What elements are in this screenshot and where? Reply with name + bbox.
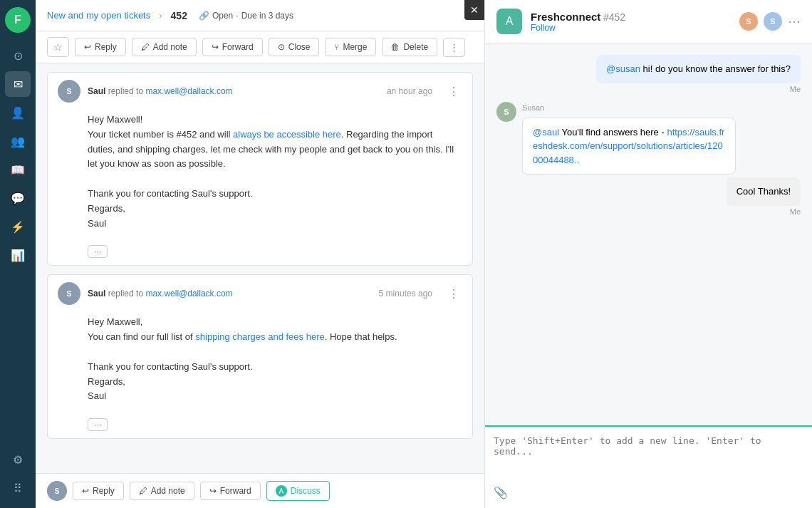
replied-to-email-1[interactable]: max.well@dallack.com: [145, 86, 232, 96]
forward-icon-bottom: ↪: [209, 486, 217, 496]
chat-header-right: S S ⋯: [739, 12, 801, 31]
chat-title: Freshconnect: [531, 11, 600, 23]
sidebar-item-grid[interactable]: ⠿: [5, 475, 31, 501]
star-button[interactable]: ☆: [47, 37, 69, 57]
message-label-1: Me: [596, 85, 801, 93]
message-row-3: Cool Thanks! Me: [496, 177, 801, 222]
ticket-link-2[interactable]: shipping charges and fees here: [195, 331, 324, 342]
chat-header: A Freshconnect #452 Follow S S ⋯: [485, 0, 812, 43]
expand-dots-1[interactable]: ···: [88, 245, 108, 258]
ticket-card-2: S Saul replied to max.well@dallack.com 5…: [47, 274, 473, 439]
reply-button-bottom[interactable]: ↩ Reply: [73, 482, 124, 500]
close-button[interactable]: ⊙ Close: [269, 38, 320, 56]
ticket-body-2: Hey Maxwell, You can find our full list …: [48, 312, 472, 414]
sidebar-item-tickets[interactable]: ✉: [5, 71, 31, 97]
message-label-3: Me: [727, 207, 801, 216]
chat-panel-wrapper: ✕ A Freshconnect #452 Follow S S ⋯: [484, 0, 812, 508]
sidebar-item-contacts[interactable]: 👤: [5, 100, 31, 125]
ticket-card-2-header: S Saul replied to max.well@dallack.com 5…: [48, 275, 472, 312]
close-icon: ⊙: [278, 42, 285, 52]
reply-icon-bottom: ↩: [82, 486, 89, 496]
status-badge: 🔗 Open · Due in 3 days: [199, 11, 293, 21]
user-bubble-1: S: [739, 12, 758, 31]
sidebar: F ⊙ ✉ 👤 👥 📖 💬 ⚡ 📊 ⚙ ⠿: [0, 0, 36, 508]
breadcrumb-link[interactable]: New and my open tickets: [47, 10, 150, 21]
merge-icon: ⑂: [334, 42, 339, 52]
sidebar-item-companies[interactable]: 👥: [5, 128, 31, 154]
chat-close-button[interactable]: ✕: [464, 0, 484, 20]
ticket-area: S Saul replied to max.well@dallack.com a…: [36, 63, 484, 473]
avatar-saul-2: S: [58, 282, 80, 305]
ticket-time-2: 5 minutes ago: [379, 289, 432, 299]
message-bubble-1: @susan hi! do you know the answer for th…: [596, 55, 801, 83]
chat-input[interactable]: [494, 435, 803, 478]
replied-to-label-1: replied to: [108, 86, 146, 96]
message-sender-2: Susan: [522, 103, 736, 112]
message-bubble-2: @saul You'll find answers here - https:/…: [522, 118, 736, 175]
avatar-bottom: S: [47, 481, 67, 501]
replied-to-email-2[interactable]: max.well@dallack.com: [145, 289, 232, 299]
expand-dots-2[interactable]: ···: [88, 418, 108, 431]
message-row-2: S Susan @saul You'll find answers here -…: [496, 102, 801, 175]
discuss-button[interactable]: A Discuss: [266, 481, 330, 501]
chat-messages: @susan hi! do you know the answer for th…: [485, 43, 812, 425]
toolbar-more-button[interactable]: ⋮: [443, 38, 465, 57]
reply-icon: ↩: [84, 42, 91, 52]
ticket-card-1-header: S Saul replied to max.well@dallack.com a…: [48, 73, 472, 110]
discuss-icon: A: [276, 485, 287, 497]
main-content: New and my open tickets › 452 🔗 Open · D…: [36, 0, 484, 508]
due-label: Due in 3 days: [241, 11, 293, 21]
status-label: Open: [212, 11, 233, 21]
attachment-icon[interactable]: 📎: [494, 486, 508, 499]
sidebar-item-chat[interactable]: 💬: [5, 185, 31, 211]
add-note-button-bottom[interactable]: 🖊 Add note: [130, 482, 194, 500]
chat-app-icon: A: [496, 9, 522, 34]
note-icon: 🖊: [141, 42, 150, 52]
ticket-link-1[interactable]: always be accessible here: [233, 129, 341, 140]
chat-follow-link[interactable]: Follow: [531, 23, 625, 33]
ticket-meta-1: Saul replied to max.well@dallack.com: [88, 86, 380, 96]
chat-input-area: 📎: [485, 425, 812, 508]
sidebar-logo[interactable]: F: [5, 7, 31, 33]
message-link-2[interactable]: https://sauls.freshdesk.com/en/support/s…: [533, 127, 724, 165]
sidebar-item-analytics[interactable]: 📊: [5, 242, 31, 268]
ticket-number: 452: [171, 10, 187, 21]
message-row-1: @susan hi! do you know the answer for th…: [496, 55, 801, 99]
ticket-expand-2: ···: [48, 414, 472, 438]
trash-icon: 🗑: [391, 42, 400, 52]
forward-button-bottom[interactable]: ↪ Forward: [200, 482, 261, 500]
ticket-time-1: an hour ago: [387, 86, 432, 96]
ticket-meta-2: Saul replied to max.well@dallack.com: [88, 289, 372, 299]
toolbar: ☆ ↩ Reply 🖊 Add note ↪ Forward ⊙ Close ⑂…: [36, 31, 484, 63]
chat-ticket-num: #452: [603, 11, 625, 23]
delete-button[interactable]: 🗑 Delete: [382, 38, 437, 56]
status-icon: 🔗: [199, 11, 209, 21]
sidebar-item-integrations[interactable]: ⚡: [5, 214, 31, 239]
ticket-card-1: S Saul replied to max.well@dallack.com a…: [47, 72, 473, 266]
separator: ·: [236, 11, 238, 21]
message-bubble-3: Cool Thanks!: [727, 177, 801, 206]
chat-input-footer: 📎: [494, 480, 803, 499]
ticket-more-btn-1[interactable]: ⋮: [445, 83, 462, 100]
chat-title-block: Freshconnect #452 Follow: [531, 11, 625, 33]
reply-button-top[interactable]: ↩ Reply: [75, 38, 126, 56]
ticket-author-2: Saul: [88, 289, 105, 299]
sidebar-item-solutions[interactable]: 📖: [5, 157, 31, 182]
sidebar-item-settings[interactable]: ⚙: [5, 447, 31, 472]
add-note-button-top[interactable]: 🖊 Add note: [132, 38, 197, 56]
merge-button[interactable]: ⑂ Merge: [325, 38, 376, 56]
replied-to-label-2: replied to: [108, 289, 146, 299]
avatar-saul-1: S: [58, 80, 80, 103]
ticket-more-btn-2[interactable]: ⋮: [445, 286, 462, 302]
user-bubble-2: S: [764, 12, 782, 31]
chat-more-button[interactable]: ⋯: [788, 14, 801, 29]
breadcrumb-sep: ›: [159, 10, 162, 21]
sidebar-item-home[interactable]: ⊙: [5, 43, 31, 68]
ticket-expand-1: ···: [48, 241, 472, 265]
message-avatar-2: S: [496, 102, 516, 122]
note-icon-bottom: 🖊: [139, 486, 147, 496]
forward-button-top[interactable]: ↪ Forward: [202, 38, 263, 56]
forward-icon: ↪: [212, 42, 219, 52]
ticket-body-1: Hey Maxwell! Your ticket number is #452 …: [48, 110, 472, 241]
chat-panel: A Freshconnect #452 Follow S S ⋯: [484, 0, 812, 508]
